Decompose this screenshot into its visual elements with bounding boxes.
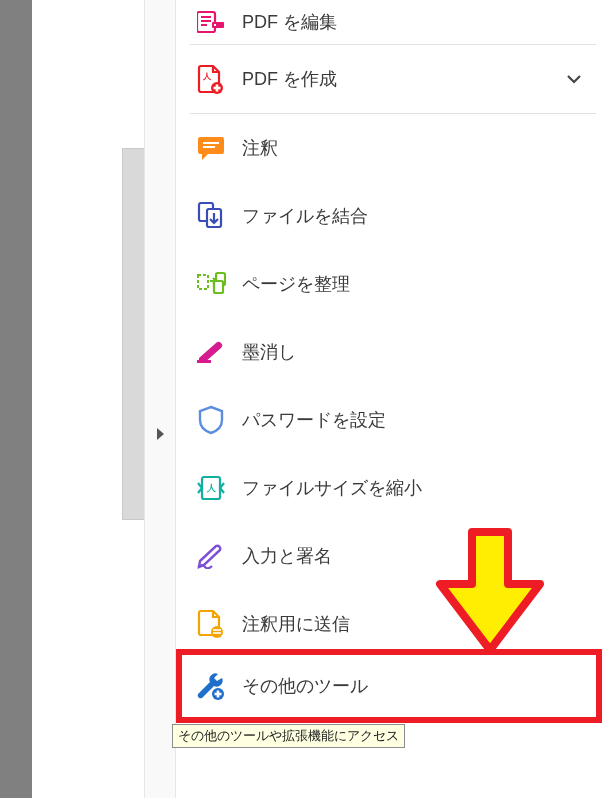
svg-point-21 [211, 626, 223, 638]
collapse-panel-button[interactable] [153, 426, 167, 442]
tool-more-tools[interactable]: その他のツール [176, 649, 602, 723]
chevron-down-icon [566, 74, 582, 84]
tool-label: PDF を作成 [242, 67, 566, 91]
tool-fill-sign[interactable]: 入力と署名 [176, 522, 606, 590]
tool-label: 入力と署名 [242, 544, 606, 568]
tool-create-pdf[interactable]: 人 PDF を作成 [176, 45, 606, 113]
tool-label: ページを整理 [242, 272, 606, 296]
svg-rect-26 [215, 693, 222, 696]
chevron-right-icon [155, 428, 165, 440]
svg-rect-22 [213, 629, 221, 631]
tool-label: 墨消し [242, 340, 606, 364]
tool-label: 注釈 [242, 136, 606, 160]
svg-rect-3 [201, 20, 211, 22]
left-gutter [0, 0, 32, 798]
expand-chevron[interactable] [566, 74, 606, 84]
tool-label: ファイルを結合 [242, 204, 606, 228]
redact-icon [196, 337, 226, 367]
svg-rect-11 [203, 142, 219, 144]
tool-combine-files[interactable]: ファイルを結合 [176, 182, 606, 250]
svg-rect-5 [212, 22, 224, 28]
comment-icon [196, 133, 226, 163]
tool-edit-pdf[interactable]: PDF を編集 [176, 0, 606, 44]
tool-label: その他のツール [242, 674, 368, 698]
svg-rect-23 [213, 632, 221, 634]
tool-compress[interactable]: 人 ファイルサイズを縮小 [176, 454, 606, 522]
shield-icon [196, 405, 226, 435]
svg-rect-2 [201, 16, 211, 18]
create-pdf-icon: 人 [196, 64, 226, 94]
combine-files-icon [196, 201, 226, 231]
tool-label: ファイルサイズを縮小 [242, 476, 606, 500]
svg-rect-12 [203, 146, 215, 148]
tool-label: パスワードを設定 [242, 408, 606, 432]
tool-protect[interactable]: パスワードを設定 [176, 386, 606, 454]
svg-rect-10 [214, 87, 221, 90]
collapse-column [144, 0, 176, 798]
organize-pages-icon [196, 269, 226, 299]
wrench-icon [196, 671, 226, 701]
tool-comments[interactable]: 注釈 [176, 114, 606, 182]
tool-organize-pages[interactable]: ページを整理 [176, 250, 606, 318]
scrollbar-track[interactable] [122, 148, 146, 520]
svg-text:人: 人 [206, 483, 217, 493]
tooltip: その他のツールや拡張機能にアクセス [172, 724, 405, 748]
svg-rect-6 [214, 24, 216, 26]
send-comments-icon [196, 609, 226, 639]
svg-marker-0 [157, 428, 164, 440]
edit-pdf-icon [196, 7, 226, 37]
svg-rect-18 [197, 360, 211, 363]
svg-rect-4 [201, 24, 207, 26]
compress-icon: 人 [196, 473, 226, 503]
tool-label: 注釈用に送信 [242, 612, 606, 636]
fill-sign-icon [196, 541, 226, 571]
tool-label: PDF を編集 [242, 10, 606, 34]
svg-rect-17 [214, 281, 223, 293]
tool-send-comments[interactable]: 注釈用に送信 [176, 590, 606, 658]
tool-redact[interactable]: 墨消し [176, 318, 606, 386]
svg-rect-15 [198, 275, 208, 289]
svg-text:人: 人 [202, 72, 212, 81]
tooltip-text: その他のツールや拡張機能にアクセス [178, 728, 399, 743]
